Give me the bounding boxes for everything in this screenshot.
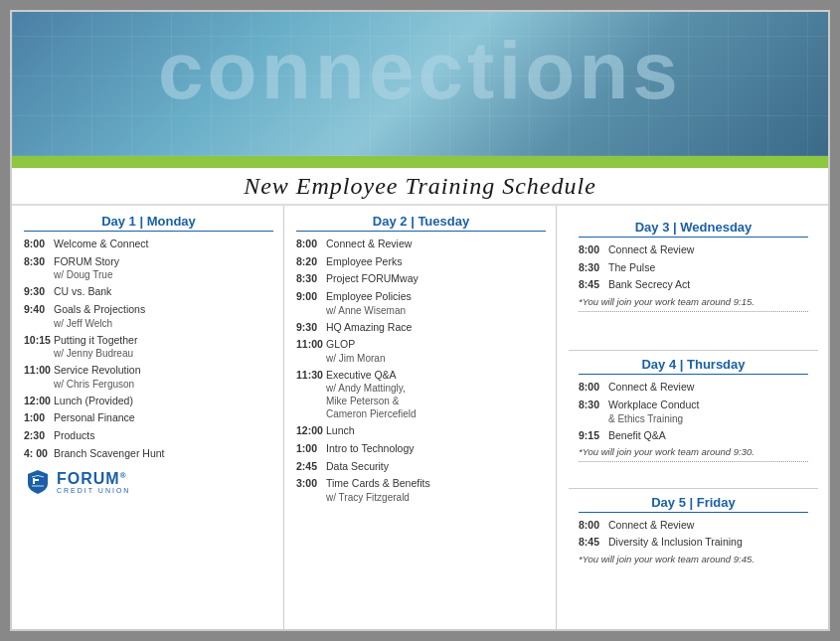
list-item: 8:00 Welcome & Connect: [24, 238, 273, 251]
list-item: 11:30 Executive Q&Aw/ Andy Mattingly,Mik…: [296, 369, 546, 421]
list-item: 11:00 Service Revolutionw/ Chris Ferguso…: [24, 364, 273, 391]
connections-title: connections: [12, 30, 828, 111]
list-item: 3:00 Time Cards & Benefitsw/ Tracy Fitzg…: [296, 477, 546, 504]
list-item: 8:00 Connect & Review: [579, 519, 808, 533]
list-item: 8:00 Connect & Review: [296, 238, 546, 251]
list-item: 8:30 The Pulse: [579, 261, 808, 275]
list-item: 8:20 Employee Perks: [296, 255, 546, 269]
day5-section: Day 5 | Friday 8:00 Connect & Review 8:4…: [569, 489, 818, 625]
list-item: 12:00 Lunch: [296, 424, 546, 438]
list-item: 9:30 HQ Amazing Race: [296, 321, 546, 335]
list-item: 10:15 Putting it Togetherw/ Jenny Budrea…: [24, 334, 273, 361]
forum-shield-icon: [24, 468, 52, 496]
subtitle-text: New Employee Training Schedule: [244, 173, 596, 200]
day5-note: *You will join your work team around 9:4…: [579, 554, 808, 564]
list-item: 9:15 Benefit Q&A: [579, 429, 808, 443]
forum-logo: FORUM® CREDIT UNION: [24, 468, 273, 496]
day4-header: Day 4 | Thursday: [579, 357, 808, 375]
list-item: 8:30 Project FORUMway: [296, 272, 546, 286]
day1-header: Day 1 | Monday: [24, 214, 273, 232]
day5-header: Day 5 | Friday: [579, 495, 808, 513]
forum-name: FORUM® CREDIT UNION: [57, 471, 130, 494]
list-item: 8:30 Workplace Conduct& Ethics Training: [579, 399, 808, 425]
main-container: connections New Employee Training Schedu…: [10, 10, 830, 631]
day4-note: *You will join your work team around 9:3…: [579, 446, 808, 457]
list-item: 1:00 Intro to Technology: [296, 442, 546, 456]
subtitle-bar: New Employee Training Schedule: [12, 168, 828, 206]
list-item: 2:45 Data Security: [296, 460, 546, 474]
day3-note: *You will join your work team around 9:1…: [579, 296, 808, 307]
list-item: 2:30 Products: [24, 429, 273, 443]
list-item: 8:00 Connect & Review: [579, 243, 808, 257]
list-item: 8:30 FORUM Storyw/ Doug True: [24, 255, 273, 282]
list-item: 4: 00 Branch Scavenger Hunt: [24, 447, 273, 461]
day3-section: Day 3 | Wednesday 8:00 Connect & Review …: [569, 214, 818, 351]
green-accent-bar: [12, 156, 828, 168]
list-item: 12:00 Lunch (Provided): [24, 395, 273, 408]
day3-header: Day 3 | Wednesday: [579, 220, 808, 238]
list-item: 8:45 Diversity & Inclusion Training: [579, 536, 808, 550]
list-item: 9:00 Employee Policiesw/ Anne Wiseman: [296, 290, 546, 317]
day3-divider: [579, 311, 808, 312]
day2-column: Day 2 | Tuesday 8:00 Connect & Review 8:…: [284, 206, 557, 631]
main-content: Day 1 | Monday 8:00 Welcome & Connect 8:…: [12, 206, 828, 631]
list-item: 9:40 Goals & Projectionsw/ Jeff Welch: [24, 303, 273, 330]
day1-column: Day 1 | Monday 8:00 Welcome & Connect 8:…: [12, 206, 284, 631]
list-item: 8:00 Connect & Review: [579, 381, 808, 395]
list-item: 9:30 CU vs. Bank: [24, 285, 273, 299]
day2-header: Day 2 | Tuesday: [296, 214, 546, 232]
list-item: 8:45 Bank Secrecy Act: [579, 278, 808, 292]
list-item: 1:00 Personal Finance: [24, 411, 273, 425]
day4-section: Day 4 | Thursday 8:00 Connect & Review 8…: [569, 351, 818, 488]
days-3-5-column: Day 3 | Wednesday 8:00 Connect & Review …: [557, 206, 828, 631]
header-background: connections: [12, 12, 828, 156]
list-item: 11:00 GLOPw/ Jim Moran: [296, 338, 546, 365]
day4-divider: [579, 461, 808, 462]
